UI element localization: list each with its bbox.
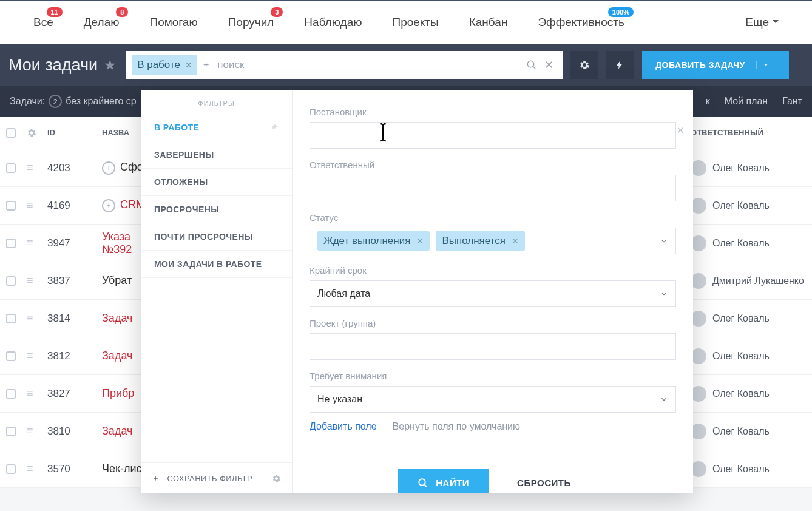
badge: 3 [271,7,283,17]
assignee[interactable]: Олег Коваль [691,198,806,214]
top-tabs: Все11 Делаю8 Помогаю Поручил3 Наблюдаю П… [0,0,812,44]
tab-helping[interactable]: Помогаю [134,16,212,29]
filter-preset-item[interactable]: МОИ ЗАДАЧИ В РАБОТЕ [141,251,292,278]
svg-point-0 [527,61,534,67]
tab-watching[interactable]: Наблюдаю [289,16,377,29]
chip-remove-icon[interactable]: ✕ [512,236,519,246]
search-bar[interactable]: В работе✕ + ✕ [126,51,563,79]
search-chip[interactable]: В работе✕ [132,55,197,75]
expand-icon[interactable]: + [102,161,115,175]
attention-select[interactable]: Не указан [310,386,676,413]
filter-preset-item[interactable]: ПРОСРОЧЕНЫ [141,196,292,223]
reset-fields-link[interactable]: Вернуть поля по умолчанию [393,421,520,432]
add-field-link[interactable]: Добавить поле [310,421,377,432]
status-select[interactable]: Ждет выполнения✕ Выполняется✕ [310,228,676,254]
task-id: 4203 [47,162,102,174]
chevron-down-icon [660,395,668,404]
tab-more[interactable]: Еще [730,16,794,29]
filter-preset-item[interactable]: ЗАВЕРШЕНЫ [141,141,292,169]
save-filter-button[interactable]: СОХРАНИТЬ ФИЛЬТР [167,474,252,483]
drag-handle-icon[interactable]: ≡ [27,387,47,400]
project-input[interactable] [310,333,676,360]
filter-preset-item[interactable]: В РАБОТЕ [141,114,292,141]
tab-doing[interactable]: Делаю8 [69,16,135,29]
label-attention: Требует внимания [310,371,676,381]
chip-remove-icon[interactable]: ✕ [185,60,192,70]
assignee[interactable]: Олег Коваль [691,311,806,327]
task-id: 3837 [47,275,102,287]
status-chip[interactable]: Ждет выполнения✕ [317,231,430,251]
svg-line-1 [533,66,535,69]
tab-projects[interactable]: Проекты [377,16,453,29]
assignee[interactable]: Олег Коваль [691,386,806,402]
badge: 11 [47,7,63,17]
assignee[interactable]: Олег Коваль [691,461,806,477]
view-deadline[interactable]: к [706,96,710,107]
tasks-label: Задачи: [10,96,45,107]
clear-search-icon[interactable]: ✕ [541,58,557,72]
task-id: 3810 [47,425,102,438]
col-responsible[interactable]: ОТВЕТСТВЕННЫЙ [691,128,806,137]
table-settings-icon[interactable] [27,128,47,138]
tab-efficiency[interactable]: Эффективность100% [523,16,640,29]
assignee[interactable]: Олег Коваль [691,160,806,176]
drag-handle-icon[interactable]: ≡ [27,199,47,212]
add-task-button[interactable]: ДОБАВИТЬ ЗАДАЧУ [642,51,789,79]
find-button[interactable]: НАЙТИ [398,469,489,493]
view-my-plan[interactable]: Мой план [725,96,768,107]
row-checkbox[interactable] [6,464,16,474]
task-id: 4169 [47,200,102,212]
search-icon[interactable] [523,59,541,70]
drag-handle-icon[interactable]: ≡ [27,237,47,249]
creator-input[interactable] [310,122,676,149]
row-checkbox[interactable] [6,389,16,399]
row-checkbox[interactable] [6,314,16,323]
assignee[interactable]: Олег Коваль [691,235,806,251]
label-project: Проект (группа) [310,318,676,328]
label-status: Статус [310,212,676,223]
row-checkbox[interactable] [6,163,16,173]
select-all-checkbox[interactable] [6,128,16,138]
row-checkbox[interactable] [6,351,16,361]
assignee[interactable]: Олег Коваль [691,424,806,439]
row-checkbox[interactable] [6,427,16,436]
automation-button[interactable] [606,51,634,79]
status-chip[interactable]: Выполняется✕ [436,231,525,251]
expand-icon[interactable]: + [102,199,115,212]
assignee[interactable]: Дмитрий Лукашенко [691,273,806,289]
deadline-select[interactable]: Любая дата [310,280,676,307]
drag-handle-icon[interactable]: ≡ [27,350,47,362]
filter-preset-item[interactable]: ПОЧТИ ПРОСРОЧЕНЫ [141,223,292,251]
chip-remove-icon[interactable]: ✕ [416,236,424,246]
row-checkbox[interactable] [6,239,16,248]
page-header: Мои задачи ★ В работе✕ + ✕ ДОБАВИТЬ ЗАДА… [0,44,812,86]
drag-handle-icon[interactable]: ≡ [27,312,47,325]
pin-icon[interactable] [270,123,279,132]
task-id: 3814 [47,313,102,325]
drag-handle-icon[interactable]: ≡ [27,161,47,174]
tab-all[interactable]: Все11 [18,16,69,29]
col-id[interactable]: ID [47,128,102,137]
filter-popover: ФИЛЬТРЫ В РАБОТЕЗАВЕРШЕНЫОТЛОЖЕНЫПРОСРОЧ… [141,90,693,493]
row-checkbox[interactable] [6,276,16,286]
view-gantt[interactable]: Гант [782,96,802,107]
remove-field-icon[interactable]: ✕ [677,125,685,136]
filter-preset-item[interactable]: ОТЛОЖЕНЫ [141,169,292,196]
drag-handle-icon[interactable]: ≡ [27,274,47,287]
add-task-dropdown[interactable] [756,61,776,69]
assignee[interactable]: Олег Коваль [691,348,806,364]
tab-kanban[interactable]: Канбан [454,16,523,29]
reset-button[interactable]: СБРОСИТЬ [501,469,587,493]
tab-assigned[interactable]: Поручил3 [213,16,289,29]
settings-button[interactable] [570,51,598,79]
favorite-star-icon[interactable]: ★ [104,57,117,73]
drag-handle-icon[interactable]: ≡ [27,425,47,438]
filter-settings-icon[interactable] [272,474,281,483]
page-title: Мои задачи [8,56,98,75]
drag-handle-icon[interactable]: ≡ [27,462,47,475]
responsible-input[interactable] [310,175,676,201]
tasks-desc: без крайнего ср [66,96,137,107]
search-input[interactable] [211,59,523,71]
tasks-count: 2 [49,95,62,108]
row-checkbox[interactable] [6,201,16,211]
